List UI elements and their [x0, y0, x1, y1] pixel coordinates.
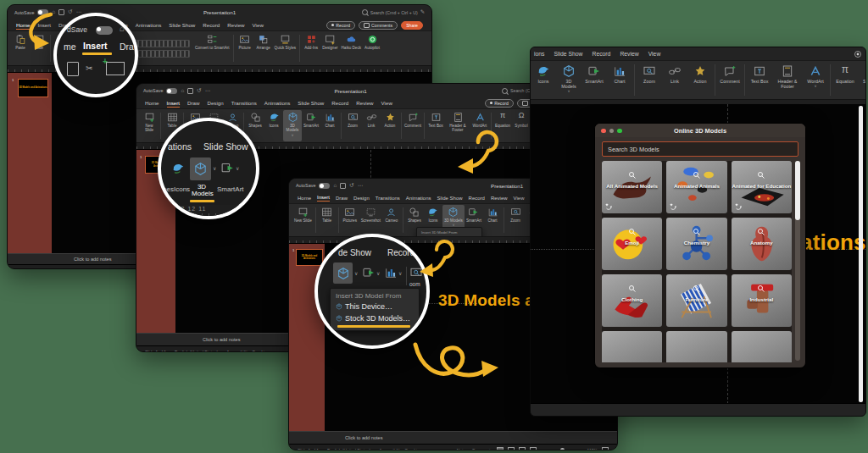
comment-button[interactable]: Comment [403, 110, 422, 141]
tile-anatomy[interactable]: Anatomy [732, 218, 792, 270]
dialog-scrollbar[interactable] [795, 161, 800, 361]
tab-record[interactable]: Record [592, 50, 610, 58]
smartart-button[interactable]: SmartArt [302, 110, 320, 141]
icons-button[interactable]: Icons [264, 110, 283, 141]
tile-industrial[interactable]: Industrial [732, 274, 792, 327]
tile-emoji[interactable]: Emoji [602, 218, 662, 270]
autosave-toggle[interactable] [166, 88, 177, 94]
header-footer-button[interactable]: Header & Footer [772, 62, 803, 98]
convert-smartart-button[interactable]: Convert to SmartArt [193, 32, 231, 64]
home-icon[interactable]: ⌂ [333, 183, 337, 188]
tab-transitions[interactable]: Transitions [231, 99, 257, 107]
action-button[interactable]: Action [381, 110, 399, 141]
symbol-button[interactable]: ΩSymbol [858, 62, 865, 98]
tab-slideshow[interactable]: Slide Show [169, 21, 195, 29]
tab-animations[interactable]: Animations [264, 99, 291, 107]
picture-button[interactable]: Picture [236, 32, 254, 64]
quick-styles-button[interactable]: Quick Styles [273, 32, 298, 64]
autopilot-button[interactable]: Autopilot [363, 32, 381, 64]
tab-home[interactable]: Home [145, 99, 159, 107]
tab-design[interactable]: Design [353, 195, 370, 202]
zoom-slider[interactable] [548, 450, 576, 450]
accessibility[interactable]: Accessibility: Good to go [226, 350, 273, 353]
tab-review[interactable]: Review [356, 99, 373, 107]
language[interactable]: English (United States) [175, 350, 218, 353]
text-box-button[interactable]: Text Box [747, 62, 772, 98]
designer-button[interactable]: Designer [320, 32, 339, 64]
language[interactable]: English (United States) [327, 448, 370, 451]
tab-draw[interactable]: Draw [336, 195, 348, 202]
tile-chemistry[interactable]: Chemistry [666, 218, 726, 270]
save-icon[interactable] [340, 183, 346, 189]
action-button[interactable]: Action [687, 62, 713, 98]
tab-review[interactable]: Review [491, 195, 508, 202]
slide-sorter-icon[interactable] [508, 447, 515, 450]
table-button[interactable]: Table [318, 205, 337, 235]
comment-button[interactable]: Comment [717, 62, 743, 98]
tab-view[interactable]: View [514, 195, 525, 202]
tab-record[interactable]: Record [331, 99, 348, 107]
link-button[interactable]: Link [362, 110, 381, 141]
more-icon[interactable]: ⋯ [76, 9, 81, 14]
tile-partial[interactable] [602, 331, 662, 362]
tab-review[interactable]: Review [620, 50, 638, 58]
tab-animations-cut[interactable]: ions [534, 50, 544, 58]
fit-slide-icon[interactable] [602, 447, 609, 451]
zoom-in-icon[interactable]: + [581, 448, 583, 451]
zoom-button[interactable]: Zoom [506, 205, 525, 235]
tile-clothing[interactable]: Clothing [602, 274, 662, 327]
tile-animated-for-education[interactable]: Animated for Education [732, 161, 792, 213]
normal-view-icon[interactable] [497, 447, 504, 450]
chart-button[interactable]: Chart [483, 205, 502, 235]
new-slide-button[interactable]: New Slide [292, 205, 314, 235]
icons-button[interactable]: Icons [531, 62, 556, 98]
record-button[interactable]: Record [326, 21, 355, 30]
chart-button[interactable]: Chart [320, 110, 339, 141]
3d-models-button[interactable]: 3D Models∨ [283, 110, 302, 141]
zoom-button[interactable]: Zoom [637, 62, 662, 98]
tile-furniture[interactable]: Furniture [666, 274, 726, 327]
zoom-out-icon[interactable]: – [541, 448, 543, 451]
tab-view[interactable]: View [381, 99, 392, 107]
arrange-button[interactable]: Arrange [254, 32, 273, 64]
language[interactable]: English (United States) [46, 268, 89, 270]
notes-toggle[interactable]: Notes [457, 448, 468, 451]
tab-record[interactable]: Record [469, 195, 485, 202]
comments-button[interactable]: Comments [359, 21, 398, 30]
tab-slideshow[interactable]: Slide Show [298, 99, 324, 107]
equation-button[interactable]: πEquation [832, 62, 858, 98]
tab-review[interactable]: Review [227, 21, 244, 29]
tab-design[interactable]: Design [207, 99, 223, 107]
zoom-percentage[interactable]: 119% [587, 448, 598, 451]
dialog-scrollbar-thumb[interactable] [795, 161, 800, 220]
undo-icon[interactable]: ↺ [349, 183, 353, 188]
tab-record[interactable]: Record [203, 21, 220, 29]
tab-slideshow[interactable]: Slide Show [437, 195, 463, 202]
tile-partial[interactable] [666, 331, 726, 362]
tab-insert[interactable]: Insert [317, 194, 330, 202]
more-icon[interactable]: ⋯ [358, 183, 363, 188]
tab-slideshow[interactable]: Slide Show [554, 50, 582, 58]
vertical-scrollbar[interactable] [859, 106, 863, 402]
new-slide-button[interactable]: New Slide [140, 110, 159, 141]
tab-view[interactable]: View [253, 21, 264, 29]
tile-all-animated-models[interactable]: All Animated Models [602, 161, 662, 213]
chart-button[interactable]: Chart [607, 62, 632, 98]
autosave-toggle[interactable] [319, 183, 330, 189]
home-icon[interactable]: ⌂ [181, 88, 184, 93]
tile-animated-animals[interactable]: Animated Animals [666, 161, 726, 213]
symbol-button[interactable]: ΩSymbol [512, 110, 531, 141]
slideshow-view-icon[interactable] [530, 447, 537, 450]
reading-view-icon[interactable] [519, 447, 526, 450]
pictures-button[interactable]: Pictures [341, 205, 359, 235]
tile-partial[interactable] [732, 331, 792, 362]
cameo-button[interactable]: Cameo [382, 205, 401, 235]
share-button[interactable]: Share [401, 21, 423, 30]
link-button[interactable]: Link [662, 62, 687, 98]
add-ins-button[interactable]: Add-Ins [302, 32, 320, 64]
tab-draw[interactable]: Draw [187, 99, 199, 107]
accessibility[interactable]: Accessibility: Good to go [379, 448, 426, 451]
zoom-button[interactable]: Zoom [343, 110, 362, 141]
screenshot-button[interactable]: Screenshot [359, 205, 382, 235]
comments-toggle[interactable]: Comments [472, 448, 492, 451]
